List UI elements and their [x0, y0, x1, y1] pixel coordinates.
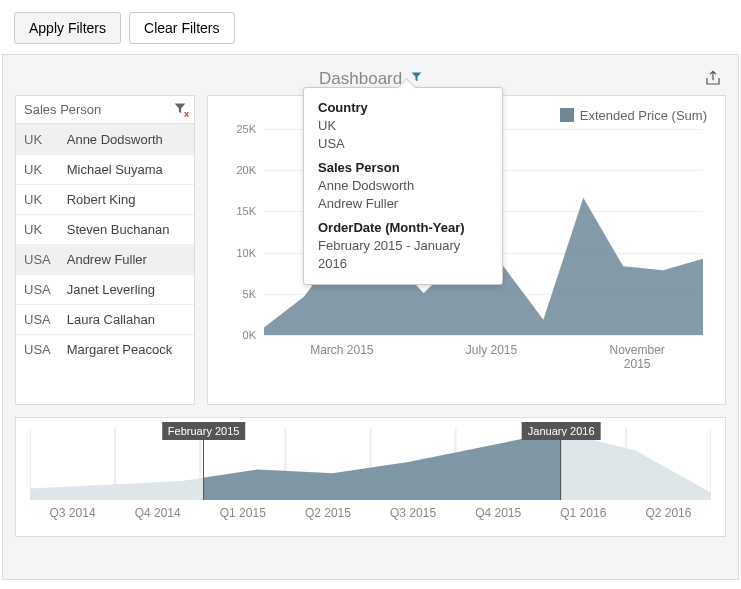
- range-x-label: Q2 2016: [626, 506, 711, 520]
- range-x-label: Q1 2015: [200, 506, 285, 520]
- table-row[interactable]: UKSteven Buchanan: [16, 215, 194, 245]
- range-end-label: January 2016: [522, 422, 601, 440]
- clear-filters-button[interactable]: Clear Filters: [129, 12, 234, 44]
- x-tick-label: July 2015: [466, 343, 517, 372]
- y-tick-label: 5K: [243, 288, 256, 300]
- filter-summary-popover: Country UK USA Sales Person Anne Dodswor…: [303, 87, 503, 285]
- name-cell: Robert King: [59, 185, 194, 215]
- export-icon[interactable]: [704, 69, 722, 87]
- sales-person-panel: Sales Person x UKAnne DodsworthUKMichael…: [15, 95, 195, 405]
- date-range-selector[interactable]: February 2015 January 2016 Q3 2014Q4 201…: [15, 417, 726, 537]
- country-cell: UK: [16, 185, 59, 215]
- name-cell: Margaret Peacock: [59, 335, 194, 365]
- country-cell: UK: [16, 155, 59, 185]
- table-row[interactable]: USALaura Callahan: [16, 305, 194, 335]
- range-start-label: February 2015: [162, 422, 246, 440]
- popover-section-value: Anne Dodsworth: [318, 177, 488, 195]
- country-cell: USA: [16, 275, 59, 305]
- range-x-label: Q4 2015: [456, 506, 541, 520]
- sales-person-header: Sales Person: [24, 102, 101, 117]
- y-tick-label: 20K: [236, 164, 256, 176]
- range-x-label: Q3 2015: [371, 506, 456, 520]
- y-tick-label: 15K: [236, 205, 256, 217]
- dashboard-title: Dashboard: [319, 69, 402, 88]
- table-row[interactable]: UKAnne Dodsworth: [16, 125, 194, 155]
- y-tick-label: 25K: [236, 123, 256, 135]
- popover-section-title: Sales Person: [318, 160, 488, 175]
- master-filter-icon[interactable]: [411, 71, 422, 85]
- range-x-label: Q1 2016: [541, 506, 626, 520]
- name-cell: Laura Callahan: [59, 305, 194, 335]
- country-cell: UK: [16, 125, 59, 155]
- country-cell: USA: [16, 305, 59, 335]
- x-tick-label: March 2015: [310, 343, 373, 372]
- clear-filter-icon[interactable]: x: [174, 102, 186, 117]
- range-x-label: Q3 2014: [30, 506, 115, 520]
- name-cell: Andrew Fuller: [59, 245, 194, 275]
- popover-section-title: Country: [318, 100, 488, 115]
- table-row[interactable]: USAAndrew Fuller: [16, 245, 194, 275]
- popover-section-value: USA: [318, 135, 488, 153]
- popover-section-value: Andrew Fuller: [318, 195, 488, 213]
- y-tick-label: 10K: [236, 247, 256, 259]
- name-cell: Steven Buchanan: [59, 215, 194, 245]
- country-cell: USA: [16, 245, 59, 275]
- popover-section-value: UK: [318, 117, 488, 135]
- popover-section-title: OrderDate (Month-Year): [318, 220, 488, 235]
- y-tick-label: 0K: [243, 329, 256, 341]
- range-x-label: Q4 2014: [115, 506, 200, 520]
- table-row[interactable]: UKMichael Suyama: [16, 155, 194, 185]
- popover-section-value: February 2015 - January 2016: [318, 237, 488, 272]
- apply-filters-button[interactable]: Apply Filters: [14, 12, 121, 44]
- name-cell: Anne Dodsworth: [59, 125, 194, 155]
- x-tick-label: November2015: [609, 343, 664, 372]
- table-row[interactable]: USAMargaret Peacock: [16, 335, 194, 365]
- range-x-label: Q2 2015: [285, 506, 370, 520]
- name-cell: Michael Suyama: [59, 155, 194, 185]
- table-row[interactable]: UKRobert King: [16, 185, 194, 215]
- legend-swatch-icon: [560, 108, 574, 122]
- country-cell: UK: [16, 215, 59, 245]
- grid-line: [264, 335, 703, 336]
- country-cell: USA: [16, 335, 59, 365]
- name-cell: Janet Leverling: [59, 275, 194, 305]
- table-row[interactable]: USAJanet Leverling: [16, 275, 194, 305]
